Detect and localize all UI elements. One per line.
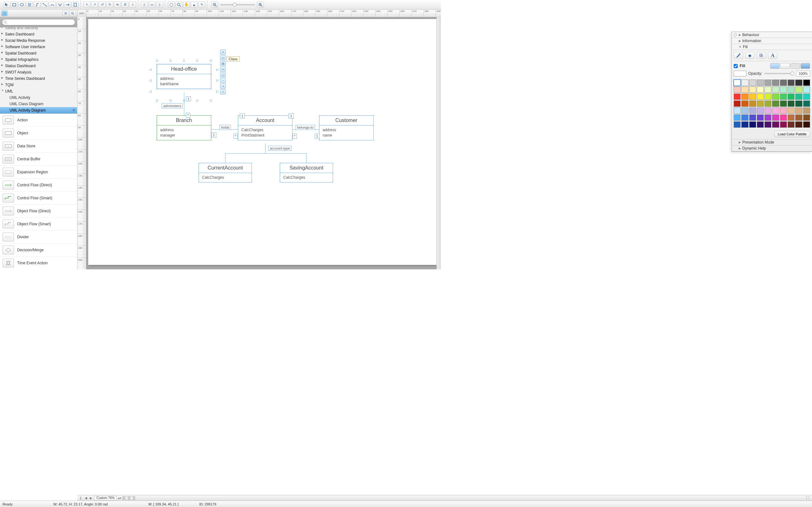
palette-assoc-icon[interactable]: → <box>220 78 226 83</box>
align-right-icon[interactable]: ▯ <box>156 2 163 8</box>
globe-icon[interactable]: ◯ <box>168 2 175 8</box>
shape-item[interactable]: Decision/Merge <box>0 244 77 257</box>
zoom-slider[interactable] <box>220 4 255 5</box>
eyedropper-icon[interactable]: ✎ <box>198 2 205 8</box>
uml-class-head-office[interactable]: Head-office address bankName <box>157 64 211 89</box>
shape-item[interactable]: Control Flow (Smart) <box>0 192 77 205</box>
rotate-ccw-icon[interactable]: ↺ <box>99 2 106 8</box>
distribute-icon[interactable]: ⫴ <box>129 2 136 8</box>
uml-class-attrs: address bankName <box>157 74 211 89</box>
relation-label-holds[interactable]: holds <box>219 125 231 130</box>
zoom-out-icon[interactable] <box>211 2 218 8</box>
uml-class-customer[interactable]: Customer address name <box>319 115 374 140</box>
tree-item[interactable]: Spatial Dashboard <box>0 50 77 56</box>
grid-view-icon[interactable]: ⊞ <box>62 10 69 16</box>
palette-package-icon[interactable]: ▢ <box>220 72 226 77</box>
rectangle-tool-icon[interactable] <box>11 2 18 8</box>
search-icon[interactable] <box>175 2 183 8</box>
page[interactable]: Head-office address bankName △△△△△ ▽▽▽▽▽ <box>88 19 437 265</box>
tree-item[interactable]: Safety and Security <box>0 27 77 31</box>
library-search-input[interactable] <box>2 19 75 25</box>
tree-item[interactable]: UML <box>0 88 77 95</box>
stamp-icon[interactable]: ▲ <box>191 2 198 8</box>
palette-item-icon[interactable]: ≡ <box>220 49 226 55</box>
tree-item[interactable]: Status Dashboard <box>0 63 77 69</box>
arrow-ne-icon[interactable]: ↗ <box>91 2 98 8</box>
search-library-icon[interactable] <box>69 10 76 16</box>
palette-interface-icon[interactable]: ▭ <box>220 66 226 72</box>
zoom-in-icon[interactable] <box>257 2 264 8</box>
tree-item[interactable]: SWOT Analysis <box>0 69 77 75</box>
palette-realize-icon[interactable]: ⤳ <box>220 89 226 95</box>
shape-item[interactable]: Object Flow (Direct) <box>0 205 77 218</box>
tree-item[interactable]: Spatial Infographics <box>0 56 77 63</box>
relation-label-belongs-to[interactable]: belongs-to <box>296 125 315 130</box>
multiplicity-label[interactable]: * <box>234 134 238 139</box>
quick-shape-palette: ≡ ▭ ▤ ▭ ▢ → ⇢ ⤳ <box>220 49 226 95</box>
shape-item[interactable]: Divider <box>0 231 77 244</box>
flip-v-icon[interactable]: ⇵ <box>121 2 129 8</box>
flip-h-icon[interactable]: ⇋ <box>114 2 121 8</box>
tree-view-icon[interactable]: ☷ <box>1 10 8 16</box>
relation-label-account-type[interactable]: account-type <box>268 146 292 151</box>
tree-item[interactable]: TQM <box>0 82 77 88</box>
shape-item[interactable]: Central Buffer <box>0 153 77 166</box>
shape-item[interactable]: Time Event Action <box>0 257 77 269</box>
multiplicity-label[interactable]: 1 <box>315 134 320 139</box>
horizontal-ruler[interactable]: 0102030405060708090100110120130140150160… <box>86 9 441 17</box>
vertical-scrollbar[interactable] <box>437 17 441 269</box>
svg-rect-9 <box>5 118 11 122</box>
align-center-icon[interactable]: ▭ <box>148 2 155 8</box>
uml-class-saving-account[interactable]: SavingAccount CalcCharges <box>280 163 333 182</box>
pointer-tool-icon[interactable] <box>3 2 10 8</box>
shape-label: Object Flow (Smart) <box>17 222 51 226</box>
vertical-ruler[interactable]: 0102030405060708090100110120130140150160… <box>78 17 86 269</box>
multiplicity-label[interactable]: 1 <box>240 113 245 118</box>
palette-depend-icon[interactable]: ⇢ <box>220 83 226 89</box>
tree-item[interactable]: Time Series Dashboard <box>0 75 77 82</box>
relation-label-administers[interactable]: administers <box>162 103 183 108</box>
shape-item[interactable]: Control Flow (Direct) <box>0 179 77 192</box>
uml-class-attrs: CalcCharges <box>280 173 333 182</box>
hand-tool-icon[interactable]: ✋ <box>183 2 190 8</box>
arrow-nw-icon[interactable]: ↖ <box>84 2 90 8</box>
shape-item[interactable]: Expansion Region <box>0 166 77 179</box>
shape-item[interactable]: Object <box>0 127 77 140</box>
tree-child[interactable]: UML Activity <box>0 95 77 101</box>
tree-item[interactable]: Social Media Response <box>0 38 77 44</box>
ellipse-tool-icon[interactable] <box>18 2 26 8</box>
tree-child[interactable]: UML Class Diagram <box>0 101 77 107</box>
connector-1-icon[interactable] <box>34 2 41 8</box>
rotate-cw-icon[interactable]: ↻ <box>106 2 113 8</box>
ruler-unit-label[interactable]: mm <box>78 9 86 17</box>
multiplicity-label[interactable]: 1 <box>211 132 216 137</box>
multiplicity-label[interactable]: * <box>186 113 190 118</box>
multiplicity-label[interactable]: * <box>293 134 297 139</box>
tree-item[interactable]: Sales Dashboard <box>0 31 77 38</box>
library-sidebar: Safety and SecuritySales DashboardSocial… <box>0 17 78 269</box>
uml-class-branch[interactable]: Branch address manager <box>157 115 211 140</box>
palette-note-icon[interactable]: ▤ <box>220 61 226 66</box>
shape-item[interactable]: 0Data Store <box>0 140 77 153</box>
tree-child[interactable]: UML Activity Diagram <box>0 107 77 113</box>
shape-item[interactable]: Action <box>0 114 77 127</box>
uml-class-current-account[interactable]: CurrentAccount CalcCharges <box>199 163 252 182</box>
shape-icon <box>3 129 14 137</box>
multiplicity-label[interactable]: 1 <box>289 113 294 118</box>
page-tool-icon[interactable] <box>72 2 79 8</box>
multiplicity-label[interactable]: 1 <box>186 96 191 101</box>
ruler-strip: ☷ ⊞ mm 010203040506070809010011012013014… <box>0 9 441 17</box>
list-tool-icon[interactable] <box>26 2 33 8</box>
uml-class-title: Account <box>238 116 292 125</box>
canvas[interactable]: Head-office address bankName △△△△△ ▽▽▽▽▽ <box>86 17 441 269</box>
connector-5-icon[interactable] <box>64 2 71 8</box>
align-left-icon[interactable]: ▯ <box>141 2 148 8</box>
tree-item[interactable]: Software User Interface <box>0 44 77 50</box>
connector-4-icon[interactable] <box>56 2 63 8</box>
uml-class-account[interactable]: Account CalcCharges PrintStatment <box>238 115 293 140</box>
connector-2-icon[interactable] <box>41 2 48 8</box>
palette-class-icon[interactable]: ▭ <box>220 55 226 60</box>
connector-3-icon[interactable] <box>49 2 56 8</box>
svg-rect-0 <box>13 3 16 6</box>
shape-item[interactable]: Object Flow (Smart) <box>0 218 77 231</box>
